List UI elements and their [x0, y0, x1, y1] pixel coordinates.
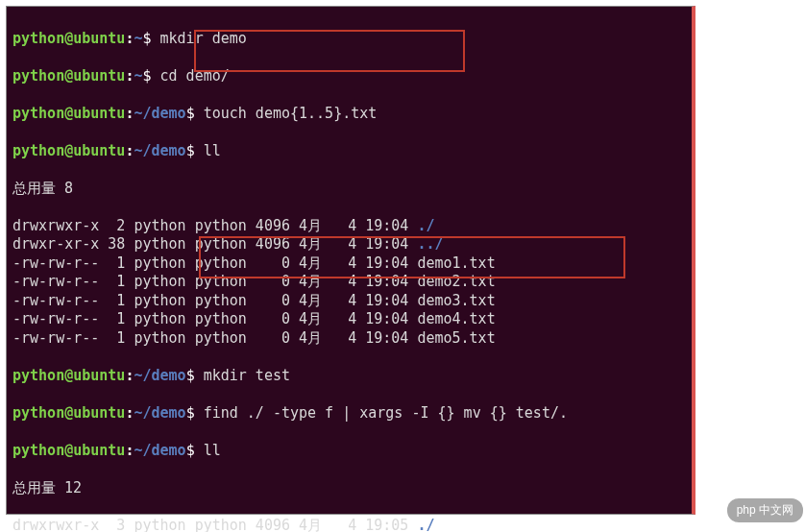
command-text: mkdir test: [204, 367, 290, 384]
listing-row: drwxr-xr-x 38 python python 4096 4月 4 19…: [12, 235, 686, 254]
listing-block-1: drwxrwxr-x 2 python python 4096 4月 4 19:…: [12, 217, 686, 349]
listing-row: -rw-rw-r-- 1 python python 0 4月 4 19:04 …: [12, 310, 686, 329]
terminal-window: python@ubuntu:~$ mkdir demo python@ubunt…: [6, 6, 695, 515]
prompt-line: python@ubuntu:~/demo$ find ./ -type f | …: [12, 404, 686, 423]
command-text: touch demo{1..5}.txt: [204, 105, 378, 122]
terminal-content[interactable]: python@ubuntu:~$ mkdir demo python@ubunt…: [12, 11, 686, 532]
watermark-logo: php 中文网: [727, 498, 803, 522]
listing-row: drwxrwxr-x 3 python python 4096 4月 4 19:…: [12, 517, 686, 533]
command-text: find ./ -type f | xargs -I {} mv {} test…: [204, 404, 568, 422]
prompt-line: python@ubuntu:~/demo$ ll: [12, 142, 686, 161]
prompt-line: python@ubuntu:~/demo$ touch demo{1..5}.t…: [12, 105, 686, 124]
command-text: ll: [204, 442, 221, 459]
listing-header: 总用量 12: [12, 479, 686, 498]
prompt-user: python@ubuntu: [12, 30, 125, 47]
listing-row: drwxrwxr-x 2 python python 4096 4月 4 19:…: [12, 217, 686, 236]
listing-block-2: drwxrwxr-x 3 python python 4096 4月 4 19:…: [12, 517, 686, 533]
prompt-line: python@ubuntu:~$ cd demo/: [12, 67, 686, 86]
listing-row: -rw-rw-r-- 1 python python 0 4月 4 19:04 …: [12, 273, 686, 292]
prompt-line: python@ubuntu:~$ mkdir demo: [12, 30, 686, 49]
listing-row: -rw-rw-r-- 1 python python 0 4月 4 19:04 …: [12, 254, 686, 274]
command-text: cd demo/: [160, 67, 230, 85]
listing-row: -rw-rw-r-- 1 python python 0 4月 4 19:04 …: [12, 292, 686, 311]
prompt-line: python@ubuntu:~/demo$ mkdir test: [12, 367, 686, 386]
command-text: ll: [204, 142, 221, 159]
command-text: mkdir demo: [160, 30, 247, 47]
listing-row: -rw-rw-r-- 1 python python 0 4月 4 19:04 …: [12, 329, 686, 349]
listing-header: 总用量 8: [12, 180, 686, 199]
prompt-line: python@ubuntu:~/demo$ ll: [12, 442, 686, 461]
